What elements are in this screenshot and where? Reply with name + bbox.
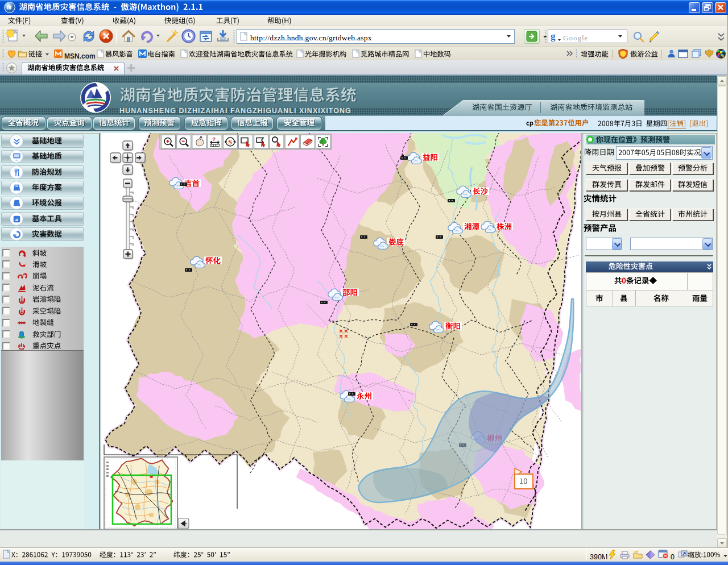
svg-text:?: ?	[213, 136, 216, 142]
svg-text:S: S	[228, 138, 232, 146]
